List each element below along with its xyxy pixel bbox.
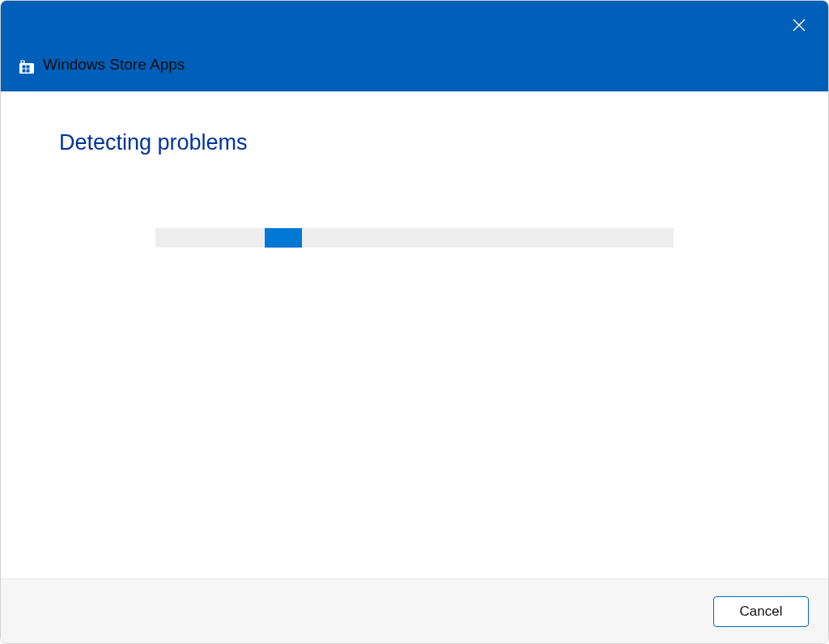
page-heading: Detecting problems (59, 130, 770, 155)
svg-rect-2 (27, 66, 30, 69)
dialog-body: Detecting problems (1, 91, 828, 578)
close-icon (791, 17, 807, 33)
titlebar-content: Windows Store Apps (19, 56, 185, 74)
cancel-button[interactable]: Cancel (713, 596, 809, 627)
troubleshooter-window: Windows Store Apps Detecting problems Ca… (0, 0, 829, 644)
progress-bar (155, 228, 674, 248)
window-title: Windows Store Apps (43, 56, 185, 74)
svg-rect-3 (23, 70, 26, 73)
progress-indicator (265, 228, 302, 248)
close-button[interactable] (786, 12, 812, 38)
svg-rect-4 (27, 70, 30, 73)
svg-rect-1 (23, 66, 26, 69)
store-icon (19, 58, 35, 74)
titlebar: Windows Store Apps (1, 1, 828, 91)
dialog-footer: Cancel (1, 578, 828, 643)
